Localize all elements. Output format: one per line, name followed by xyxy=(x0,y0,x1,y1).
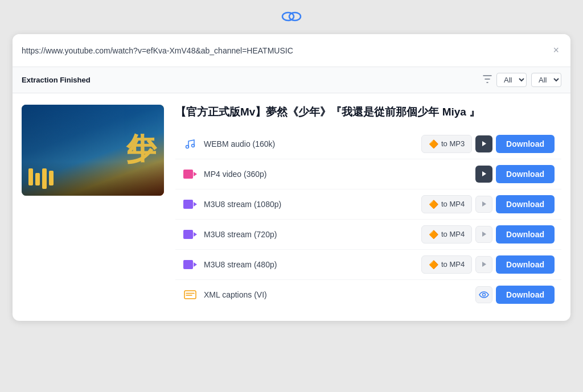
format-row: M3U8 stream (720p) 🔶 to MP4 Download xyxy=(175,220,561,250)
stream-icon xyxy=(182,226,198,242)
play-button[interactable] xyxy=(475,166,492,183)
action-group: Download xyxy=(475,286,555,304)
format-label: M3U8 stream (1080p) xyxy=(204,200,416,209)
svg-rect-11 xyxy=(183,230,193,239)
format-label: M3U8 stream (720p) xyxy=(204,230,416,239)
action-group: Download xyxy=(475,165,555,183)
svg-point-3 xyxy=(192,144,195,147)
svg-point-2 xyxy=(186,145,189,148)
download-button[interactable]: Download xyxy=(496,195,555,213)
play-button[interactable] xyxy=(475,196,492,213)
vlc-to-mp3-button[interactable]: 🔶 to MP3 xyxy=(421,135,472,153)
preview-button[interactable] xyxy=(475,286,492,303)
format-label: M3U8 stream (480p) xyxy=(204,260,416,269)
svg-marker-13 xyxy=(482,232,486,237)
format-row: WEBM audio (160k) 🔶 to MP3 Download xyxy=(175,129,561,159)
play-button[interactable] xyxy=(475,256,492,273)
action-group: 🔶 to MP4 Download xyxy=(421,255,555,274)
filter-icon xyxy=(483,75,492,85)
action-group: 🔶 to MP3 Download xyxy=(421,135,555,153)
vlc-to-mp4-button[interactable]: 🔶 to MP4 xyxy=(421,195,472,213)
content-area: 少年 【官方正式版Mv】夢然《少年》『我還是從前那個少年 Miya 』 xyxy=(13,93,570,321)
vlc-to-mp4-button[interactable]: 🔶 to MP4 xyxy=(421,255,472,274)
format-label: XML captions (VI) xyxy=(204,290,470,299)
download-button[interactable]: Download xyxy=(496,255,555,274)
filter-quality-select[interactable]: All xyxy=(531,73,561,87)
svg-marker-9 xyxy=(194,202,197,207)
svg-point-20 xyxy=(483,293,486,296)
download-button[interactable]: Download xyxy=(496,225,555,244)
extraction-status: Extraction Finished xyxy=(22,76,91,84)
vlc-cone-icon: 🔶 xyxy=(429,139,438,148)
header xyxy=(0,0,583,34)
svg-rect-14 xyxy=(183,260,193,269)
video-thumbnail: 少年 xyxy=(22,105,164,196)
svg-marker-6 xyxy=(194,172,197,176)
format-row: MP4 video (360p) Download xyxy=(175,159,561,189)
play-button[interactable] xyxy=(475,135,492,152)
format-label: WEBM audio (160k) xyxy=(204,139,416,148)
stream-icon xyxy=(182,257,198,273)
status-bar: Extraction Finished All All xyxy=(13,67,570,93)
svg-marker-12 xyxy=(194,232,197,237)
svg-marker-15 xyxy=(194,262,197,267)
filter-type-select[interactable]: All xyxy=(496,73,527,87)
vlc-to-mp4-button[interactable]: 🔶 to MP4 xyxy=(421,225,472,244)
audio-icon xyxy=(182,136,198,152)
vlc-cone-icon: 🔶 xyxy=(429,260,438,269)
download-button[interactable]: Download xyxy=(496,135,555,153)
svg-marker-4 xyxy=(482,141,486,146)
vlc-cone-icon: 🔶 xyxy=(429,230,438,239)
filter-area: All All xyxy=(483,73,561,87)
video-info: 【官方正式版Mv】夢然《少年》『我還是從前那個少年 Miya 』 WEBM a xyxy=(175,105,561,310)
svg-rect-17 xyxy=(184,291,196,299)
app-logo-icon xyxy=(281,9,302,27)
action-group: 🔶 to MP4 Download xyxy=(421,195,555,213)
format-list: WEBM audio (160k) 🔶 to MP3 Download xyxy=(175,129,561,310)
format-row: M3U8 stream (480p) 🔶 to MP4 Download xyxy=(175,250,561,280)
play-button[interactable] xyxy=(475,226,492,243)
url-input[interactable] xyxy=(22,46,551,55)
main-card: × Extraction Finished All All xyxy=(13,34,570,321)
svg-point-1 xyxy=(289,13,301,20)
url-clear-button[interactable]: × xyxy=(551,42,561,59)
download-button[interactable]: Download xyxy=(496,286,555,304)
stream-icon xyxy=(182,196,198,212)
video-title: 【官方正式版Mv】夢然《少年》『我還是從前那個少年 Miya 』 xyxy=(175,105,561,120)
svg-marker-10 xyxy=(482,201,486,207)
format-row: XML captions (VI) Download xyxy=(175,280,561,310)
url-bar: × xyxy=(13,34,570,67)
svg-marker-16 xyxy=(482,262,486,267)
svg-rect-5 xyxy=(183,170,193,179)
format-row: M3U8 stream (1080p) 🔶 to MP4 Download xyxy=(175,189,561,220)
app-container: × Extraction Finished All All xyxy=(0,0,583,392)
download-button[interactable]: Download xyxy=(496,165,555,183)
action-group: 🔶 to MP4 Download xyxy=(421,225,555,244)
svg-marker-7 xyxy=(482,171,486,176)
format-label: MP4 video (360p) xyxy=(204,170,470,179)
captions-icon xyxy=(182,287,198,303)
vlc-cone-icon: 🔶 xyxy=(429,200,438,209)
svg-rect-8 xyxy=(183,200,193,209)
video-icon xyxy=(182,166,198,182)
